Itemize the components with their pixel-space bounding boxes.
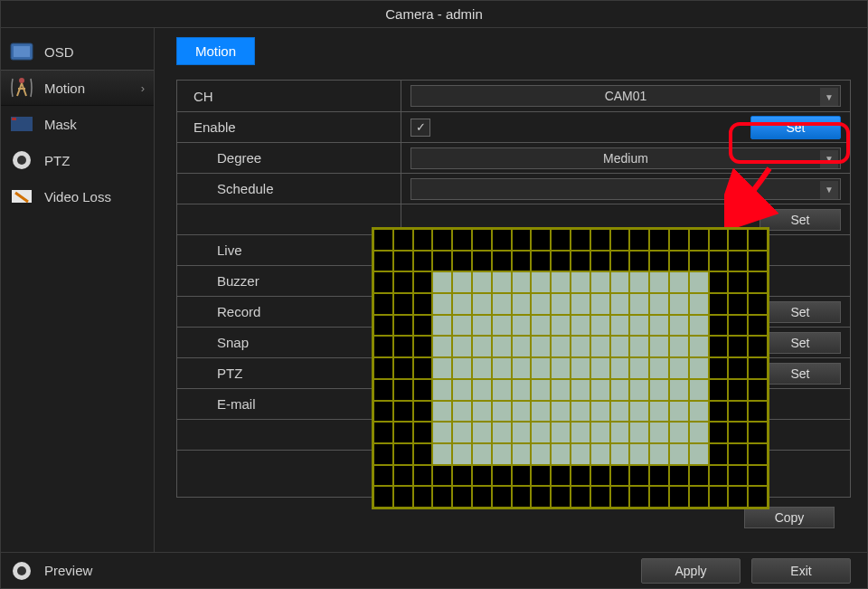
label-live: Live — [177, 235, 401, 265]
label-email: E-mail — [177, 389, 401, 419]
preview-link[interactable]: Preview — [10, 559, 92, 583]
preview-icon — [10, 559, 33, 583]
row-enable: Enable ✓ Set — [177, 111, 850, 142]
sidebar-item-label: PTZ — [44, 153, 70, 168]
checkbox-enable[interactable]: ✓ — [410, 119, 430, 137]
sidebar-item-label: OSD — [44, 44, 74, 60]
sidebar-item-osd[interactable]: OSD — [1, 33, 154, 70]
button-ptz-set[interactable]: Set — [760, 363, 841, 385]
sidebar-item-video-loss[interactable]: Video Loss — [1, 178, 154, 214]
button-snap-set[interactable]: Set — [760, 332, 841, 354]
label-snap: Snap — [177, 328, 401, 357]
svg-rect-1 — [14, 46, 30, 57]
motion-icon — [10, 76, 33, 100]
sidebar-item-label: Video Loss — [44, 189, 111, 204]
dropdown-schedule[interactable]: ▼ — [410, 178, 841, 200]
dropdown-degree[interactable]: Medium ▼ — [410, 147, 841, 169]
svg-point-2 — [19, 78, 24, 83]
sidebar-item-label: Motion — [44, 81, 85, 96]
chevron-down-icon: ▼ — [820, 150, 838, 168]
label-ptz-row: PTZ — [177, 358, 401, 388]
button-copy[interactable]: Copy — [744, 507, 835, 528]
row-ch: CH CAM01 ▼ — [177, 81, 850, 111]
label-enable: Enable — [177, 112, 401, 142]
label-blank2 — [177, 420, 401, 450]
sidebar-item-mask[interactable]: Mask — [1, 106, 154, 142]
button-enable-set[interactable]: Set — [750, 116, 841, 139]
button-apply[interactable]: Apply — [641, 558, 741, 584]
check-icon: ✓ — [416, 120, 426, 134]
preview-label: Preview — [44, 563, 92, 578]
label-schedule: Schedule — [177, 174, 401, 204]
button-record-set[interactable]: Set — [760, 301, 841, 323]
row-schedule: Schedule ▼ — [177, 173, 850, 204]
svg-point-9 — [17, 566, 26, 575]
label-record: Record — [177, 297, 401, 327]
sidebar-item-ptz[interactable]: PTZ — [1, 142, 154, 178]
chevron-right-icon: › — [141, 81, 145, 95]
video-loss-icon — [10, 185, 33, 208]
label-degree: Degree — [177, 143, 401, 173]
motion-grid-popup[interactable] — [372, 227, 769, 509]
label-ch: CH — [177, 81, 401, 111]
chevron-down-icon: ▼ — [820, 88, 838, 106]
dropdown-degree-value: Medium — [603, 151, 648, 166]
label-blank — [177, 204, 401, 234]
row-degree: Degree Medium ▼ — [177, 142, 850, 173]
chevron-down-icon: ▼ — [820, 181, 838, 199]
svg-rect-4 — [12, 118, 16, 120]
dropdown-ch-value: CAM01 — [605, 89, 647, 103]
window-title: Camera - admin — [1, 1, 867, 28]
osd-icon — [10, 40, 33, 63]
dropdown-ch[interactable]: CAM01 ▼ — [410, 85, 841, 107]
ptz-icon — [10, 148, 33, 172]
footer-bar: Preview Apply Exit — [1, 552, 867, 588]
svg-point-6 — [17, 156, 26, 165]
button-schedule-set[interactable]: Set — [760, 209, 841, 231]
label-buzzer: Buzzer — [177, 266, 401, 296]
tab-motion[interactable]: Motion — [176, 37, 255, 65]
label-blank3 — [177, 451, 401, 497]
sidebar: OSD Motion › Mask PTZ Video Loss — [1, 28, 155, 553]
sidebar-item-motion[interactable]: Motion › — [1, 70, 154, 106]
mask-icon — [10, 112, 33, 136]
button-exit[interactable]: Exit — [751, 558, 851, 584]
sidebar-item-label: Mask — [44, 117, 77, 132]
